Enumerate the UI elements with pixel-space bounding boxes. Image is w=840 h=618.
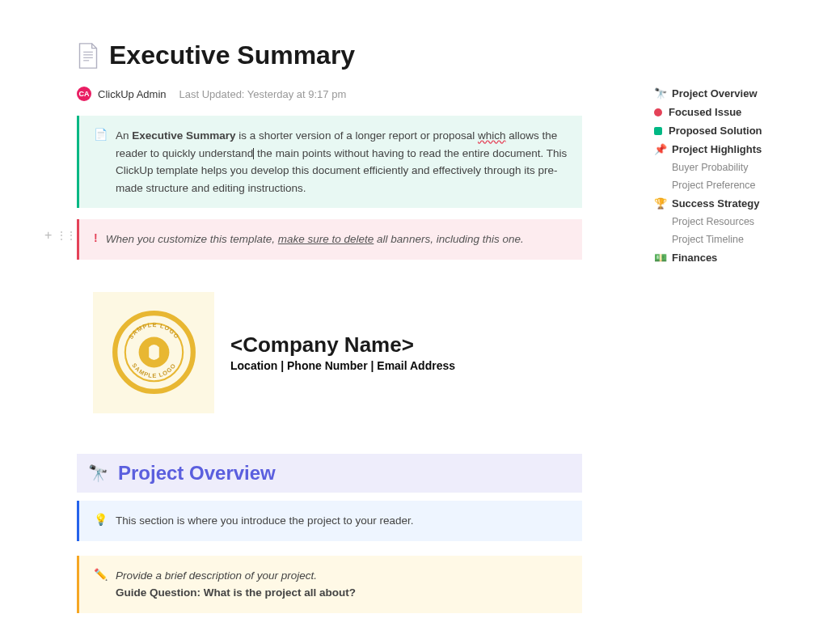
block-handles: + ⋮⋮: [44, 228, 76, 243]
telescope-icon: 🔭: [88, 464, 108, 483]
telescope-icon: 🔭: [654, 87, 665, 99]
warning-banner-text: When you customize this template, make s…: [106, 231, 524, 248]
document-body: Executive Summary CA ClickUp Admin Last …: [0, 0, 582, 613]
outline-item-proposed-solution[interactable]: Proposed Solution: [654, 121, 808, 140]
outline-item-focused-issue[interactable]: Focused Issue: [654, 103, 808, 121]
outline-item-buyer-probability[interactable]: Buyer Probability: [654, 159, 808, 176]
intro-banner-text: An Executive Summary is a shorter versio…: [116, 127, 568, 197]
title-row: Executive Summary: [77, 40, 582, 70]
section-header-overview[interactable]: 🔭 Project Overview: [77, 454, 582, 493]
guide-banner-text: Provide a brief description of your proj…: [116, 567, 356, 602]
document-icon: [77, 42, 99, 70]
trophy-icon: 🏆: [654, 197, 665, 210]
drag-handle[interactable]: ⋮⋮: [57, 230, 76, 241]
author-row: CA ClickUp Admin Last Updated: Yesterday…: [77, 87, 582, 101]
outline-item-highlights[interactable]: 📌 Project Highlights: [654, 140, 808, 159]
outline-item-strategy[interactable]: 🏆 Success Strategy: [654, 194, 808, 213]
section-title: Project Overview: [118, 462, 276, 485]
author-name: ClickUp Admin: [98, 88, 167, 100]
green-dot-icon: [654, 127, 662, 135]
outline-item-project-preference[interactable]: Project Preference: [654, 176, 808, 194]
lightbulb-icon: 💡: [94, 512, 108, 528]
warning-banner[interactable]: ! When you customize this template, make…: [77, 219, 582, 260]
company-block: SAMPLE LOGO SAMPLE LOGO <Company Name> L…: [93, 292, 582, 413]
company-name: <Company Name>: [230, 332, 582, 358]
overview-intro-banner[interactable]: 💡 This section is where you introduce th…: [77, 501, 582, 541]
red-dot-icon: [654, 108, 662, 116]
intro-banner[interactable]: 📄 An Executive Summary is a shorter vers…: [77, 116, 582, 208]
money-icon: 💵: [654, 252, 665, 264]
add-block-button[interactable]: +: [44, 228, 52, 243]
pin-icon: 📌: [654, 143, 665, 155]
outline-item-overview[interactable]: 🔭 Project Overview: [654, 84, 808, 103]
outline-panel: 🔭 Project Overview Focused Issue Propose…: [654, 84, 808, 267]
author-avatar[interactable]: CA: [77, 87, 91, 101]
outline-item-finances[interactable]: 💵 Finances: [654, 248, 808, 267]
exclamation-icon: !: [94, 231, 98, 247]
outline-item-resources[interactable]: Project Resources: [654, 213, 808, 231]
outline-item-timeline[interactable]: Project Timeline: [654, 231, 808, 248]
pencil-icon: ✏️: [94, 567, 108, 583]
page-title[interactable]: Executive Summary: [109, 40, 355, 70]
guide-banner[interactable]: ✏️ Provide a brief description of your p…: [77, 556, 582, 613]
company-logo[interactable]: SAMPLE LOGO SAMPLE LOGO: [93, 292, 214, 413]
company-info[interactable]: <Company Name> Location | Phone Number |…: [230, 332, 582, 372]
overview-intro-text: This section is where you introduce the …: [116, 512, 413, 530]
company-meta: Location | Phone Number | Email Address: [230, 359, 582, 372]
last-updated-text: Last Updated: Yesterday at 9:17 pm: [179, 88, 347, 100]
note-icon: 📄: [94, 127, 108, 143]
